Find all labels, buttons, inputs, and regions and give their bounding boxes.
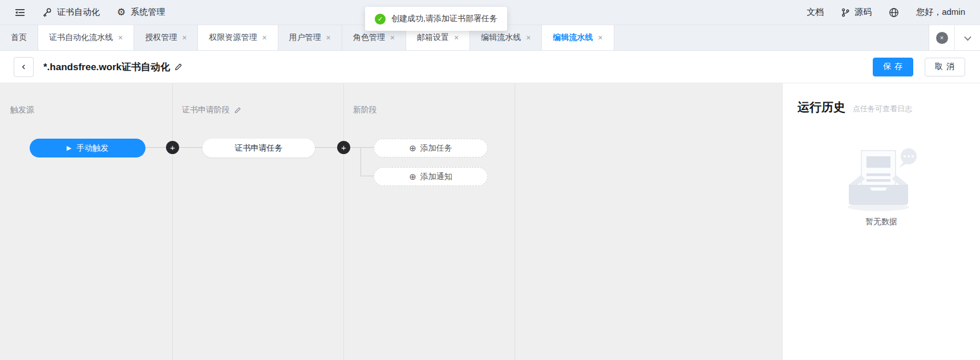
run-history-panel: 运行历史 点任务可查看日志 [782, 83, 980, 360]
success-toast: ✓ 创建成功,请添加证书部署任务 [365, 7, 507, 31]
empty-state: 暂无数据 [783, 145, 980, 227]
source-label: 源码 [855, 7, 872, 18]
git-branch-icon [841, 8, 850, 17]
tab-permission-resources[interactable]: 权限资源管理× [198, 25, 278, 50]
tab-menu-button[interactable] [955, 25, 980, 50]
add-notification-button[interactable]: ⊕ 添加通知 [374, 167, 488, 186]
nav-module-label: 证书自动化 [57, 7, 100, 18]
cancel-button[interactable]: 取 消 [925, 58, 965, 76]
column-divider [172, 83, 173, 360]
run-history-header: 运行历史 点任务可查看日志 [797, 99, 980, 115]
gear-icon: ⚙ [117, 6, 125, 18]
plus-circle-icon: ⊕ [409, 172, 416, 181]
nav-module-label: 系统管理 [131, 7, 165, 18]
edit-pencil-icon[interactable] [174, 63, 183, 71]
empty-text: 暂无数据 [865, 217, 897, 227]
tab-home[interactable]: 首页 [0, 25, 38, 50]
nav-module-system-management[interactable]: ⚙ 系统管理 [117, 6, 165, 18]
save-button[interactable]: 保 存 [873, 58, 913, 76]
tab-edit-pipeline-2-active[interactable]: 编辑流水线× [542, 25, 614, 50]
add-stage-plus-button[interactable]: + [337, 141, 350, 154]
pipeline-canvas: 触发源 证书申请阶段 新阶段 + + ▶ 手动触发 证书申请任务 ⊕ 添加任务 [0, 83, 782, 360]
column-divider [343, 83, 344, 360]
close-icon[interactable]: × [598, 34, 602, 42]
column-header-new-stage: 新阶段 [353, 105, 377, 115]
page-title: *.handsfree.work证书自动化 [43, 60, 183, 74]
close-icon[interactable]: × [526, 34, 531, 42]
close-icon[interactable]: × [390, 34, 395, 42]
close-circle-icon: × [936, 32, 948, 44]
play-icon: ▶ [67, 145, 71, 151]
menu-fold-icon[interactable] [15, 7, 25, 18]
user-greeting[interactable]: 您好，admin [916, 7, 965, 18]
back-button[interactable]: ‹ [14, 57, 34, 77]
tab-user-management[interactable]: 用户管理× [278, 25, 342, 50]
source-link[interactable]: 源码 [841, 7, 872, 18]
empty-inbox-illustration [839, 145, 924, 212]
pipeline-name: *.handsfree.work证书自动化 [43, 60, 170, 74]
edit-pencil-icon[interactable] [234, 107, 241, 114]
success-check-icon: ✓ [375, 14, 386, 25]
column-header-trigger-source: 触发源 [10, 105, 34, 115]
workspace: 触发源 证书申请阶段 新阶段 + + ▶ 手动触发 证书申请任务 ⊕ 添加任务 [0, 83, 980, 360]
tab-controls: × [929, 25, 980, 50]
speech-bubble [899, 148, 917, 168]
add-stage-plus-button[interactable]: + [166, 141, 179, 154]
toast-message: 创建成功,请添加证书部署任务 [391, 14, 497, 24]
column-divider [515, 83, 515, 360]
add-task-button[interactable]: ⊕ 添加任务 [374, 139, 488, 157]
run-history-title: 运行历史 [797, 99, 845, 115]
close-all-tabs-button[interactable]: × [929, 25, 954, 50]
plus-circle-icon: ⊕ [409, 144, 416, 152]
tab-auth-management[interactable]: 授权管理× [134, 25, 198, 50]
pipeline-title-bar: ‹ *.handsfree.work证书自动化 保 存 取 消 [0, 51, 980, 83]
run-history-subtitle: 点任务可查看日志 [853, 104, 912, 114]
connector-line [361, 147, 361, 176]
close-icon[interactable]: × [262, 34, 266, 42]
tab-cert-pipelines[interactable]: 证书自动化流水线× [38, 25, 134, 50]
close-icon[interactable]: × [182, 34, 187, 42]
column-header-cert-request-stage: 证书申请阶段 [182, 105, 241, 115]
connector-line [361, 176, 374, 176]
key-icon [42, 7, 52, 17]
docs-link[interactable]: 文档 [807, 7, 824, 18]
manual-trigger-node[interactable]: ▶ 手动触发 [30, 139, 145, 157]
nav-module-cert-automation[interactable]: 证书自动化 [42, 7, 100, 18]
globe-icon[interactable] [889, 7, 899, 18]
close-icon[interactable]: × [118, 34, 123, 42]
chevron-down-icon [964, 33, 971, 41]
cert-request-task-node[interactable]: 证书申请任务 [203, 139, 315, 157]
close-icon[interactable]: × [454, 34, 459, 42]
close-icon[interactable]: × [326, 34, 331, 42]
